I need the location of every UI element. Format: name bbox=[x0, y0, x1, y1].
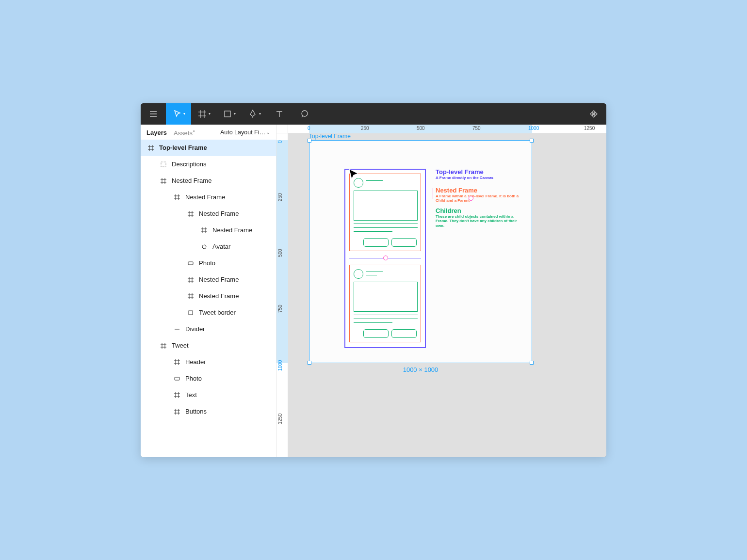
svg-point-3 bbox=[202, 245, 206, 249]
layer-row[interactable]: Header bbox=[141, 354, 276, 370]
pen-tool-button[interactable]: ▾ bbox=[242, 103, 267, 125]
photo-rect[interactable] bbox=[354, 191, 418, 221]
toolbar: ▾ ▾ ▾ ▾ bbox=[141, 103, 606, 125]
text-line bbox=[366, 180, 383, 181]
layer-row[interactable]: Text bbox=[141, 387, 276, 403]
layer-row[interactable]: Avatar bbox=[141, 239, 276, 255]
layer-label: Buttons bbox=[185, 408, 207, 415]
layer-label: Nested Frame bbox=[212, 226, 252, 234]
photo-rect[interactable] bbox=[354, 282, 418, 312]
text-line bbox=[366, 272, 383, 272]
move-tool-button[interactable]: ▾ bbox=[166, 103, 191, 125]
layers-panel[interactable]: Top-level FrameDescriptionsNested FrameN… bbox=[141, 140, 276, 457]
frame-icon bbox=[173, 409, 181, 415]
layer-row[interactable]: Tweet border bbox=[141, 304, 276, 321]
diamond-icon bbox=[589, 109, 599, 119]
layer-row[interactable]: Nested Frame bbox=[141, 189, 276, 206]
layer-label: Descriptions bbox=[172, 160, 207, 168]
layer-label: Avatar bbox=[212, 243, 230, 250]
card-nested-frame[interactable] bbox=[349, 265, 421, 342]
layer-row[interactable]: Nested Frame bbox=[141, 206, 276, 222]
frame-icon bbox=[186, 293, 195, 299]
circle-icon bbox=[200, 244, 209, 250]
ruler-horizontal: 0 250 500 750 1000 1250 bbox=[288, 125, 606, 133]
button[interactable] bbox=[391, 238, 417, 247]
layer-label: Nested Frame bbox=[199, 292, 239, 300]
layer-row[interactable]: Nested Frame bbox=[141, 288, 276, 304]
text-icon bbox=[275, 109, 284, 119]
layer-row[interactable]: Photo bbox=[141, 255, 276, 272]
pen-icon bbox=[248, 109, 258, 119]
svg-rect-0 bbox=[225, 111, 230, 117]
text-line bbox=[354, 231, 392, 232]
sidebar: Layers Assets• Auto Layout Fi… ⌄ Top-lev… bbox=[141, 125, 276, 457]
card-nested-frame[interactable] bbox=[349, 174, 421, 251]
tab-layers[interactable]: Layers bbox=[146, 129, 167, 136]
text-tool-button[interactable] bbox=[267, 103, 292, 125]
svg-point-1 bbox=[302, 111, 308, 116]
layer-row[interactable]: Nested Frame bbox=[141, 272, 276, 288]
chevron-down-icon: ⌄ bbox=[266, 130, 270, 135]
layer-label: Divider bbox=[185, 325, 205, 333]
layer-row[interactable]: Photo bbox=[141, 370, 276, 387]
tab-assets[interactable]: Assets• bbox=[174, 128, 195, 137]
layer-label: Nested Frame bbox=[185, 193, 225, 201]
text-line bbox=[354, 315, 418, 315]
page-selector[interactable]: Auto Layout Fi… ⌄ bbox=[220, 129, 270, 136]
ruler-corner bbox=[276, 125, 288, 133]
cursor-icon bbox=[172, 109, 182, 119]
layer-label: Top-level Frame bbox=[159, 144, 207, 151]
layer-row[interactable]: Tweet bbox=[141, 337, 276, 354]
nested-artboard[interactable] bbox=[344, 169, 426, 348]
layer-row[interactable]: Top-level Frame bbox=[141, 140, 276, 156]
square-icon bbox=[186, 310, 195, 316]
top-level-frame[interactable]: 1000 × 1000 bbox=[309, 140, 532, 363]
frame-icon bbox=[159, 178, 168, 184]
layer-label: Header bbox=[185, 358, 206, 366]
chevron-down-icon: ▾ bbox=[209, 112, 211, 116]
button[interactable] bbox=[363, 238, 389, 247]
layer-label: Text bbox=[185, 391, 197, 399]
layer-label: Tweet border bbox=[199, 309, 236, 316]
layer-row[interactable]: Nested Frame bbox=[141, 173, 276, 189]
main-menu-button[interactable] bbox=[141, 103, 166, 125]
layer-row[interactable]: Divider bbox=[141, 321, 276, 337]
layer-row[interactable]: Descriptions bbox=[141, 156, 276, 173]
layer-label: Tweet bbox=[172, 342, 189, 349]
frame-tool-button[interactable]: ▾ bbox=[191, 103, 216, 125]
chevron-down-icon: ▾ bbox=[234, 112, 236, 116]
rect-icon bbox=[173, 376, 181, 381]
comment-tool-button[interactable] bbox=[292, 103, 317, 125]
button[interactable] bbox=[363, 329, 389, 338]
components-button[interactable] bbox=[581, 103, 606, 125]
svg-rect-2 bbox=[161, 162, 166, 167]
anchor-dot bbox=[383, 256, 388, 260]
layer-row[interactable]: Nested Frame bbox=[141, 222, 276, 239]
comment-icon bbox=[300, 109, 309, 119]
frame-icon bbox=[173, 194, 181, 200]
description-top-level: Top-level Frame A Frame directly on the … bbox=[436, 169, 523, 180]
rect-icon bbox=[186, 261, 195, 266]
frame-icon bbox=[186, 277, 195, 283]
app-window: ▾ ▾ ▾ ▾ Layers Assets• bbox=[141, 103, 606, 457]
canvas[interactable]: Top-level Frame 1000 × 1000 bbox=[288, 133, 606, 457]
avatar-circle[interactable] bbox=[354, 269, 363, 279]
layer-label: Nested Frame bbox=[172, 177, 211, 184]
layer-row[interactable]: Buttons bbox=[141, 403, 276, 420]
square-icon bbox=[223, 109, 232, 119]
sidebar-tabs: Layers Assets• Auto Layout Fi… ⌄ bbox=[141, 125, 276, 140]
frame-label[interactable]: Top-level Frame bbox=[309, 133, 351, 140]
frame-icon bbox=[159, 343, 168, 349]
ruler-vertical: 0 250 500 750 1000 1250 bbox=[276, 133, 288, 457]
description-children: Children These are child objects contain… bbox=[436, 208, 523, 228]
text-line bbox=[354, 319, 418, 319]
canvas-area: 0 250 500 750 1000 1250 0 250 500 750 10… bbox=[276, 125, 606, 457]
layer-label: Nested Frame bbox=[199, 210, 239, 217]
shape-tool-button[interactable]: ▾ bbox=[216, 103, 242, 125]
hamburger-icon bbox=[148, 109, 158, 119]
button[interactable] bbox=[391, 329, 417, 338]
frame-icon bbox=[200, 227, 209, 233]
selection-dimensions: 1000 × 1000 bbox=[403, 366, 438, 373]
frame-icon bbox=[173, 359, 181, 365]
cursor-icon bbox=[348, 168, 361, 184]
